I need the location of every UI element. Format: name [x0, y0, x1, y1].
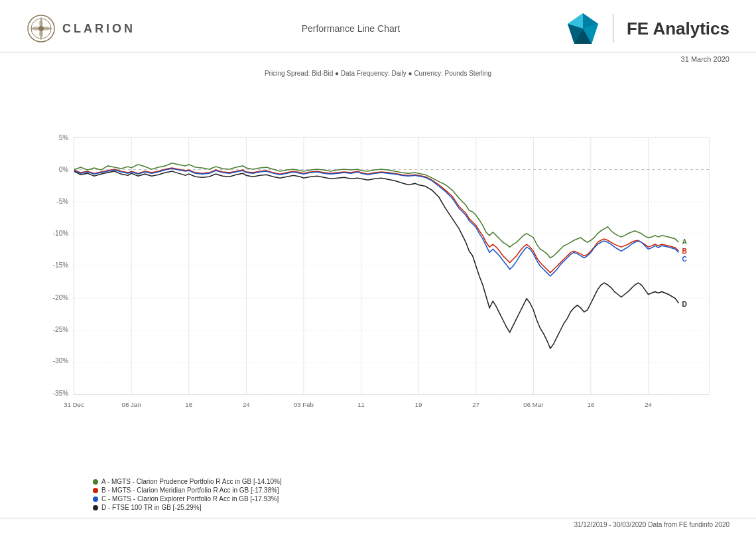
- legend-item-a: A - MGTS - Clarion Prudence Portfolio R …: [93, 478, 729, 485]
- series-d-label: D: [682, 301, 686, 308]
- svg-text:-35%: -35%: [53, 390, 69, 397]
- svg-text:06 Mar: 06 Mar: [523, 401, 544, 408]
- svg-text:31 Dec: 31 Dec: [64, 401, 84, 408]
- fe-brand-text: FE Analytics: [627, 19, 729, 38]
- svg-text:19: 19: [415, 401, 422, 408]
- fe-diamond-icon: [566, 12, 599, 45]
- fe-logo: FE Analytics: [566, 12, 729, 45]
- series-d-line: [74, 171, 679, 348]
- legend-item-c: C - MGTS - Clarion Explorer Portfolio R …: [93, 495, 729, 502]
- performance-chart: 5% 0% -5% -10% -15% -20% -25% -30% -35%: [20, 78, 736, 474]
- svg-text:08 Jan: 08 Jan: [122, 401, 141, 408]
- svg-text:-5%: -5%: [56, 198, 68, 205]
- series-b-line: [74, 168, 679, 273]
- svg-text:24: 24: [645, 401, 652, 408]
- svg-text:27: 27: [472, 401, 479, 408]
- legend-label-a: A - MGTS - Clarion Prudence Portfolio R …: [101, 478, 282, 485]
- chart-title: Performance Line Chart: [135, 23, 566, 34]
- series-c-line: [74, 169, 679, 276]
- svg-text:-10%: -10%: [53, 230, 69, 237]
- legend-dot-d: [93, 505, 98, 510]
- legend-item-d: D - FTSE 100 TR in GB [-25.29%]: [93, 504, 729, 511]
- clarion-logo: CLARION: [27, 14, 135, 43]
- series-c-label: C: [682, 256, 687, 263]
- svg-text:-20%: -20%: [53, 294, 69, 301]
- legend-label-b: B - MGTS - Clarion Meridian Portfolio R …: [101, 487, 279, 494]
- svg-text:-15%: -15%: [53, 262, 69, 269]
- legend-dot-b: [93, 488, 98, 493]
- svg-text:5%: 5%: [59, 134, 69, 141]
- svg-text:-25%: -25%: [53, 326, 69, 333]
- svg-text:11: 11: [357, 401, 365, 408]
- header: CLARION Performance Line Chart FE Analyt…: [0, 0, 756, 52]
- svg-text:16: 16: [185, 401, 192, 408]
- series-b-label: B: [682, 248, 686, 255]
- svg-text:03 Feb: 03 Feb: [294, 401, 314, 408]
- svg-text:16: 16: [588, 401, 595, 408]
- legend-dot-c: [93, 497, 98, 502]
- chart-legend: A - MGTS - Clarion Prudence Portfolio R …: [0, 474, 756, 515]
- footer-note: 31/12/2019 - 30/03/2020 Data from FE fun…: [0, 518, 756, 535]
- svg-text:24: 24: [243, 401, 250, 408]
- series-a-label: A: [682, 238, 687, 246]
- series-a-line: [74, 163, 679, 258]
- clarion-emblem-icon: [27, 14, 56, 43]
- chart-container: 5% 0% -5% -10% -15% -20% -25% -30% -35%: [0, 78, 756, 474]
- legend-item-b: B - MGTS - Clarion Meridian Portfolio R …: [93, 487, 729, 494]
- legend-label-d: D - FTSE 100 TR in GB [-25.29%]: [101, 504, 201, 511]
- legend-dot-a: [93, 479, 98, 485]
- svg-text:0%: 0%: [59, 166, 69, 173]
- page: CLARION Performance Line Chart FE Analyt…: [0, 0, 756, 535]
- report-date: 31 March 2020: [0, 52, 756, 66]
- legend-label-c: C - MGTS - Clarion Explorer Portfolio R …: [101, 495, 279, 502]
- clarion-name: CLARION: [62, 22, 135, 36]
- chart-subtitle: Pricing Spread: Bid-Bid ● Data Frequency…: [0, 66, 756, 78]
- logo-divider: [613, 14, 613, 43]
- svg-text:-30%: -30%: [53, 357, 69, 364]
